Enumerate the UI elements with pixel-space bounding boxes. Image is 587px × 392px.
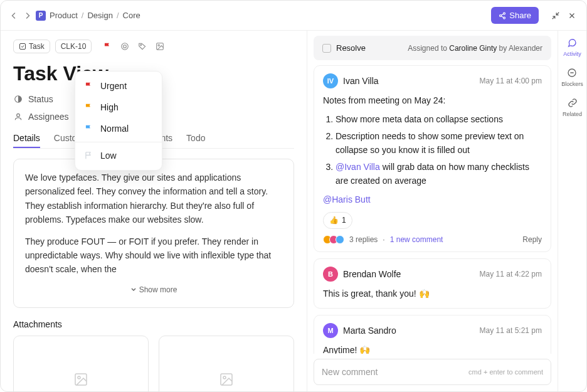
rail-blockers[interactable]: Blockers bbox=[561, 67, 583, 87]
topbar: P Product / Design / Core Share bbox=[1, 1, 586, 31]
reply-avatars bbox=[323, 235, 344, 244]
close-icon[interactable] bbox=[568, 11, 576, 20]
svg-point-1 bbox=[500, 14, 502, 16]
chat-icon bbox=[566, 37, 578, 48]
resolve-checkbox[interactable] bbox=[322, 44, 331, 53]
avatar: B bbox=[323, 267, 338, 282]
tab-todo[interactable]: Todo bbox=[186, 129, 205, 148]
svg-rect-3 bbox=[20, 44, 26, 50]
task-type-chip[interactable]: Task bbox=[13, 40, 50, 53]
svg-point-4 bbox=[122, 43, 129, 50]
collapse-icon[interactable] bbox=[551, 11, 560, 20]
svg-point-6 bbox=[140, 45, 142, 46]
new-comment-input[interactable]: New comment cmd + enter to comment bbox=[314, 359, 551, 385]
comments-panel: Resolve Assigned to Caroline Ginty by Al… bbox=[307, 31, 558, 391]
svg-point-2 bbox=[504, 17, 505, 19]
priority-option-low[interactable]: Low bbox=[75, 145, 162, 166]
share-button[interactable]: Share bbox=[491, 7, 539, 24]
new-comment-badge[interactable]: 1 new comment bbox=[390, 235, 443, 244]
comment: M Marta Sandro May 11 at 5:21 pm Anytime… bbox=[314, 315, 551, 354]
comment: B Brendan Wolfe May 11 at 4:22 pm This i… bbox=[314, 258, 551, 309]
rail-related[interactable]: Related bbox=[563, 97, 582, 117]
replies-count[interactable]: 3 replies bbox=[349, 235, 378, 244]
avatar: M bbox=[323, 323, 338, 338]
svg-point-12 bbox=[78, 376, 80, 379]
priority-option-urgent[interactable]: Urgent bbox=[75, 75, 162, 97]
mention[interactable]: @Haris Butt bbox=[323, 194, 371, 204]
priority-option-normal[interactable]: Normal bbox=[75, 118, 162, 139]
svg-point-5 bbox=[124, 45, 127, 48]
right-rail: Activity Blockers Related bbox=[558, 31, 586, 391]
resolve-label: Resolve bbox=[336, 43, 366, 53]
link-icon bbox=[567, 97, 578, 109]
svg-point-14 bbox=[223, 376, 226, 379]
show-more-button[interactable]: Show more bbox=[25, 284, 282, 296]
breadcrumb-item[interactable]: Design bbox=[87, 11, 112, 20]
breadcrumb: P Product / Design / Core bbox=[36, 11, 140, 21]
comment-time: May 11 at 5:21 pm bbox=[480, 326, 542, 335]
comment-time: May 11 at 4:22 pm bbox=[480, 270, 542, 278]
loop-icon[interactable] bbox=[120, 42, 129, 51]
tag-icon[interactable] bbox=[138, 42, 147, 51]
priority-dropdown: Urgent High Normal Low bbox=[75, 71, 162, 171]
assigned-info: Assigned to Caroline Ginty by Alexander bbox=[408, 44, 542, 53]
svg-point-8 bbox=[158, 45, 159, 46]
shortcut-hint: cmd + enter to comment bbox=[468, 368, 543, 376]
comment: IV Ivan Villa May 11 at 4:00 pm Notes fr… bbox=[314, 65, 551, 252]
reply-button[interactable]: Reply bbox=[522, 235, 542, 244]
comment-time: May 11 at 4:00 pm bbox=[480, 77, 542, 85]
priority-flag-icon[interactable] bbox=[103, 42, 112, 51]
image-icon[interactable] bbox=[156, 42, 164, 51]
task-id-chip[interactable]: CLK-10 bbox=[55, 40, 92, 53]
comment-author: Ivan Villa bbox=[343, 76, 379, 86]
svg-point-10 bbox=[17, 114, 20, 117]
main-panel: Task CLK-10 Task View Status Assignees bbox=[1, 31, 307, 391]
attachments-heading: Attachments bbox=[13, 319, 294, 329]
comment-author: Brendan Wolfe bbox=[343, 269, 401, 279]
comment-author: Marta Sandro bbox=[343, 326, 396, 336]
rail-activity[interactable]: Activity bbox=[563, 37, 581, 57]
resolve-bar: Resolve Assigned to Caroline Ginty by Al… bbox=[314, 36, 551, 60]
person-icon bbox=[13, 112, 23, 121]
nav-forward[interactable] bbox=[24, 13, 31, 19]
attachment-card[interactable] bbox=[159, 336, 294, 391]
mention[interactable]: @Ivan Villa bbox=[336, 162, 380, 172]
svg-point-0 bbox=[504, 13, 505, 14]
blocker-icon bbox=[566, 67, 578, 78]
priority-option-high[interactable]: High bbox=[75, 97, 162, 118]
comment-body: Anytime! 🙌 bbox=[323, 343, 542, 354]
breadcrumb-item[interactable]: Product bbox=[50, 11, 78, 20]
product-icon: P bbox=[36, 11, 46, 21]
avatar: IV bbox=[323, 73, 338, 88]
status-icon bbox=[13, 95, 23, 103]
description-box: We love typefaces. They give our sites a… bbox=[13, 159, 294, 308]
reaction-chip[interactable]: 👍1 bbox=[323, 212, 352, 229]
comment-body: Notes from meeting on May 24: Show more … bbox=[323, 93, 542, 229]
breadcrumb-item[interactable]: Core bbox=[123, 11, 140, 20]
attachment-card[interactable] bbox=[13, 336, 149, 391]
nav-back[interactable] bbox=[11, 13, 17, 19]
comment-body: This is great, thank you! 🙌 bbox=[323, 287, 542, 300]
tab-details[interactable]: Details bbox=[13, 129, 40, 148]
